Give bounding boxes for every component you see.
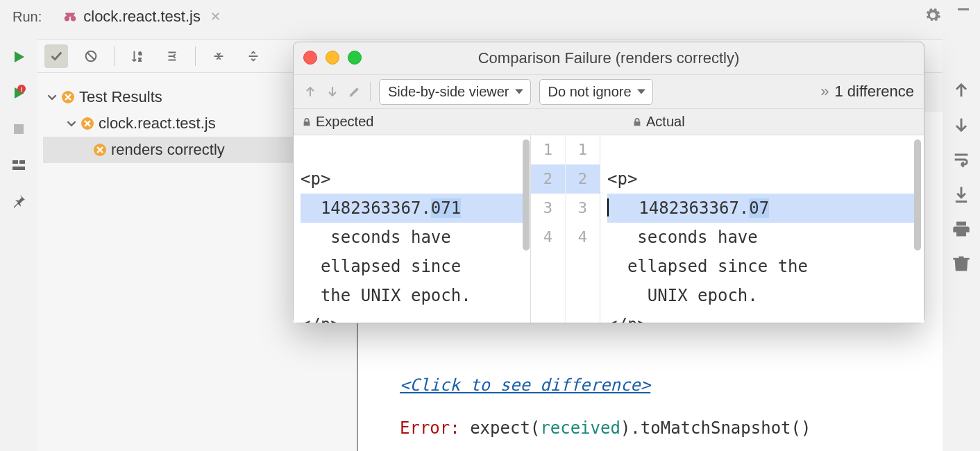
print-icon[interactable] <box>952 219 971 239</box>
run-label: Run: <box>7 9 47 25</box>
left-toolrail: ! <box>0 39 37 451</box>
svg-rect-5 <box>12 160 18 164</box>
separator <box>370 82 371 101</box>
chevron-down-icon <box>67 119 76 128</box>
stop-icon[interactable] <box>10 121 27 137</box>
separator <box>114 46 115 66</box>
tree-test-label: renders correctly <box>111 141 225 159</box>
dialog-title: Comparison Failure (renders correctly) <box>478 49 740 67</box>
left-gutter: 1234 <box>531 135 566 323</box>
right-gutter: 1234 <box>566 135 600 323</box>
diff-count: » 1 difference <box>820 83 914 101</box>
show-passed-toggle[interactable] <box>44 44 68 68</box>
dialog-titlebar[interactable]: Comparison Failure (renders correctly) <box>294 42 924 74</box>
scrollbar[interactable] <box>914 139 921 250</box>
collapse-all-icon[interactable] <box>207 44 230 68</box>
svg-rect-6 <box>19 160 25 164</box>
arrow-up-icon[interactable] <box>952 80 971 100</box>
ignore-mode-select[interactable]: Do not ignore <box>539 79 653 105</box>
dialog-toolbar: Side-by-side viewer Do not ignore » 1 di… <box>294 74 924 109</box>
sort-icon[interactable]: az <box>126 44 149 68</box>
actual-header: Actual <box>624 109 924 135</box>
edit-icon[interactable] <box>348 85 362 99</box>
prev-diff-icon[interactable] <box>303 85 317 99</box>
tree-root-label: Test Results <box>79 88 162 106</box>
console-error-line: Error: expect(received).toMatchSnapshot(… <box>400 418 943 438</box>
line-gutters: 1234 1234 <box>531 135 600 323</box>
expected-pane[interactable]: <p> 1482363367.071 seconds have ellapsed… <box>294 135 531 323</box>
window-controls <box>303 51 362 65</box>
svg-rect-7 <box>12 167 25 170</box>
svg-text:z: z <box>139 56 142 62</box>
tab-title: clock.react.test.js <box>83 8 201 26</box>
minimize-icon[interactable] <box>958 8 969 10</box>
jest-icon <box>62 9 78 24</box>
svg-rect-4 <box>14 124 24 134</box>
expected-header: Expected <box>294 109 605 135</box>
layout-icon[interactable] <box>10 157 27 173</box>
expand-icon[interactable] <box>160 44 184 68</box>
close-icon[interactable]: ✕ <box>210 9 221 24</box>
viewer-mode-select[interactable]: Side-by-side viewer <box>379 79 531 105</box>
lock-icon <box>302 117 312 127</box>
next-diff-icon[interactable] <box>326 85 339 99</box>
show-ignored-toggle[interactable] <box>79 44 103 68</box>
lock-icon <box>632 117 642 127</box>
see-difference-link[interactable]: <Click to see difference> <box>400 375 650 395</box>
fail-icon <box>81 117 94 130</box>
actual-pane[interactable]: <p> 1482363367.07 seconds have ellapsed … <box>600 135 924 323</box>
gear-icon[interactable] <box>924 7 941 24</box>
arrow-down-icon[interactable] <box>952 115 971 135</box>
trash-icon[interactable] <box>952 254 971 273</box>
separator <box>195 46 196 66</box>
expand-all-icon[interactable] <box>242 44 265 68</box>
more-icon[interactable]: » <box>820 83 829 101</box>
svg-text:a: a <box>139 50 142 56</box>
window-zoom-icon[interactable] <box>348 51 362 65</box>
right-toolrail <box>943 39 980 451</box>
pin-icon[interactable] <box>10 193 27 210</box>
window-minimize-icon[interactable] <box>326 51 339 65</box>
chevron-down-icon <box>47 92 57 102</box>
rerun-failed-icon[interactable]: ! <box>10 85 27 101</box>
svg-point-0 <box>65 16 69 21</box>
svg-point-1 <box>71 16 76 21</box>
column-headers: Expected Actual <box>294 109 924 135</box>
scrollbar[interactable] <box>523 139 530 250</box>
fail-icon <box>61 90 75 104</box>
tree-file-label: clock.react.test.js <box>99 114 216 133</box>
diff-body: <p> 1482363367.071 seconds have ellapsed… <box>294 135 924 323</box>
run-icon[interactable] <box>10 49 27 65</box>
wrap-icon[interactable] <box>952 150 971 169</box>
window-close-icon[interactable] <box>303 51 317 65</box>
run-config-tab[interactable]: clock.react.test.js ✕ <box>56 3 228 30</box>
comparison-dialog: Comparison Failure (renders correctly) S… <box>293 42 924 323</box>
fail-icon <box>93 143 107 157</box>
svg-text:!: ! <box>21 86 23 93</box>
run-tabbar: Run: clock.react.test.js ✕ <box>0 0 980 33</box>
scroll-end-icon[interactable] <box>952 185 971 204</box>
